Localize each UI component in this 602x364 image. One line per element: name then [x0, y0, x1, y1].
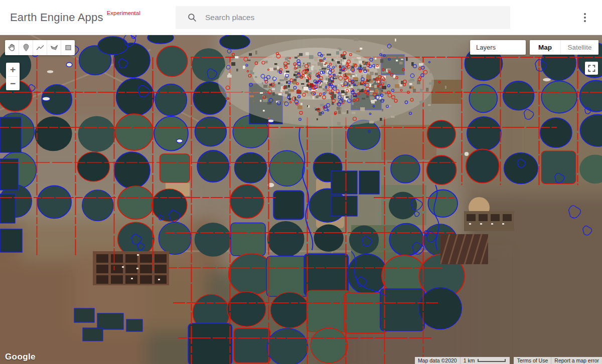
- drawing-toolbar: [5, 40, 75, 55]
- map-imagery: [0, 35, 602, 364]
- hand-icon: [8, 43, 17, 52]
- map-data-credit: Map data ©2020: [415, 357, 460, 364]
- draw-rectangle-tool-button[interactable]: [61, 40, 75, 55]
- rectangle-icon: [64, 43, 73, 52]
- report-error-link-box: Report a map error: [551, 357, 602, 364]
- draw-shape-tool-button[interactable]: [47, 40, 61, 55]
- experimental-badge: Experimental: [107, 10, 140, 16]
- attribution-bar: Map data ©2020 1 km Terms of Use Report …: [415, 357, 602, 364]
- terms-of-use-link[interactable]: Terms of Use: [517, 357, 548, 363]
- earth-engine-app: Earth Engine Apps Experimental: [0, 0, 602, 364]
- app-title-group: Earth Engine Apps Experimental: [10, 0, 140, 35]
- draw-line-tool-button[interactable]: [33, 40, 47, 55]
- report-map-error-link[interactable]: Report a map error: [554, 357, 599, 363]
- polygon-icon: [50, 43, 59, 52]
- search-input[interactable]: [204, 13, 510, 23]
- add-marker-tool-button[interactable]: [19, 40, 33, 55]
- search-bar[interactable]: [176, 6, 510, 29]
- scale-label: 1 km: [464, 357, 475, 363]
- scale-bar: [478, 359, 506, 362]
- search-icon: [187, 13, 197, 23]
- fullscreen-icon: [587, 64, 595, 72]
- map-type-satellite-button[interactable]: Satellite: [560, 40, 598, 55]
- zoom-control: + −: [6, 63, 20, 90]
- terms-of-use-link-box: Terms of Use: [514, 357, 551, 364]
- zoom-in-button[interactable]: +: [6, 63, 20, 76]
- map-type-map-button[interactable]: Map: [530, 40, 560, 55]
- zoom-out-button[interactable]: −: [6, 77, 20, 90]
- app-header: Earth Engine Apps Experimental: [0, 0, 602, 35]
- app-title: Earth Engine Apps: [10, 11, 103, 24]
- layers-panel[interactable]: Layers: [470, 40, 526, 55]
- kebab-menu-icon[interactable]: [579, 0, 591, 35]
- google-logo[interactable]: Google: [5, 352, 36, 362]
- map-canvas[interactable]: + − Layers Map Satellite Google Map data…: [0, 35, 602, 364]
- fullscreen-button[interactable]: [585, 62, 598, 75]
- polyline-icon: [36, 43, 45, 52]
- layers-label: Layers: [476, 44, 496, 51]
- pan-tool-button[interactable]: [5, 40, 19, 55]
- marker-icon: [22, 43, 31, 52]
- map-type-control: Map Satellite: [530, 40, 598, 55]
- scale-control: 1 km: [461, 357, 510, 364]
